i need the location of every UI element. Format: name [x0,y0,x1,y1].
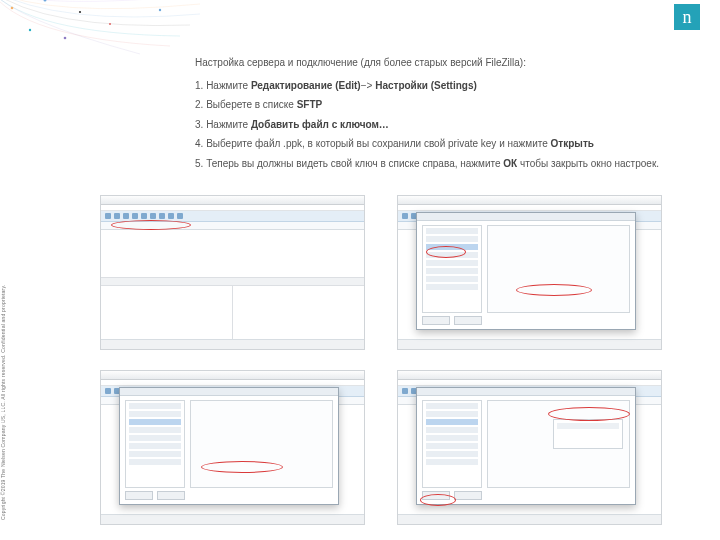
window-toolbar [101,211,364,222]
step-2: 2. Выберете в списке SFTP [195,98,685,113]
svg-point-2 [79,11,81,13]
step-bold: Открыть [551,138,594,149]
step-number: 4. [195,138,203,149]
step-bold: ОК [503,158,517,169]
step-number: 2. [195,99,203,110]
settings-tree [422,225,482,313]
step-bold: Настройки (Settings) [375,80,477,91]
step-number: 5. [195,158,203,169]
step-4: 4. Выберите файл .ppk, в который вы сохр… [195,137,685,152]
svg-point-4 [29,29,31,31]
step-bold: Добавить файл с ключом… [251,119,389,130]
svg-point-0 [11,7,14,10]
screenshot-2 [397,195,662,350]
screenshot-1 [100,195,365,350]
settings-dialog [416,212,636,330]
step-text: Выберите файл .ppk, в который вы сохрани… [206,138,550,149]
status-bar [101,339,364,349]
svg-point-6 [109,23,111,25]
decorative-network [0,0,200,60]
settings-pane [487,225,630,313]
brand-logo: n [674,4,700,30]
step-text: Выберете в списке [206,99,297,110]
step-number: 3. [195,119,203,130]
step-text: Теперь вы должны видеть свой ключ в спис… [206,158,503,169]
settings-dialog [119,387,339,505]
step-number: 1. [195,80,203,91]
quickconnect-bar [101,222,364,230]
section-title: Настройка сервера и подключение (для бол… [195,56,685,71]
copyright-line: Copyright ©2019 The Nielsen Company US, … [0,285,6,520]
svg-point-5 [64,37,67,40]
step-bold: Редактирование (Edit) [251,80,361,91]
step-bold: SFTP [297,99,323,110]
step-1: 1. Нажмите Редактирование (Edit)−> Настр… [195,79,685,94]
settings-dialog [416,387,636,505]
step-5: 5. Теперь вы должны видеть свой ключ в с… [195,157,685,172]
window-titlebar [101,196,364,205]
svg-point-1 [44,0,47,2]
step-text: Нажмите [206,80,251,91]
screenshot-grid [100,195,662,525]
screenshot-3 [100,370,365,525]
svg-point-7 [159,9,161,11]
step-text: Нажмите [206,119,251,130]
key-list [553,419,623,449]
step-3: 3. Нажмите Добавить файл с ключом… [195,118,685,133]
instruction-block: Настройка сервера и подключение (для бол… [195,56,685,176]
step-text: −> [361,80,375,91]
step-text: чтобы закрыть окно настроек. [517,158,659,169]
screenshot-4 [397,370,662,525]
